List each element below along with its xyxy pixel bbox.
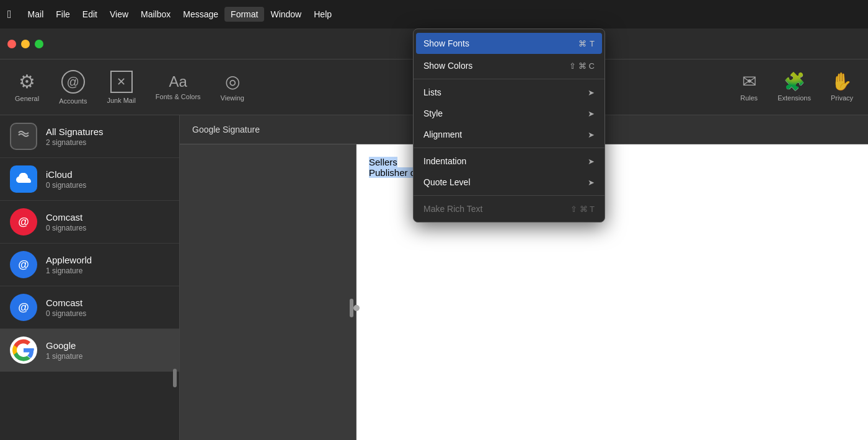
- show-colors-shortcut: ⇧ ⌘ C: [569, 61, 595, 71]
- icloud-icon: [10, 165, 37, 193]
- accounts-icon: @: [61, 70, 85, 94]
- menu-view[interactable]: View: [104, 7, 135, 22]
- toolbar-accounts[interactable]: @ Accounts: [59, 70, 87, 105]
- make-rich-text-shortcut: ⇧ ⌘ T: [570, 205, 595, 214]
- menu-item-show-fonts[interactable]: Show Fonts ⌘ T: [416, 33, 602, 54]
- style-label: Style: [423, 108, 443, 118]
- toolbar-privacy[interactable]: ✋ Privacy: [831, 73, 853, 102]
- fonts-icon: Aa: [169, 74, 187, 89]
- lists-label: Lists: [423, 87, 441, 97]
- toolbar-general-label: General: [15, 95, 39, 102]
- menu-window[interactable]: Window: [264, 7, 308, 22]
- window-controls: [7, 40, 43, 48]
- google-text: Google 1 signature: [46, 340, 82, 361]
- menu-mailbox[interactable]: Mailbox: [135, 7, 177, 22]
- alignment-chevron: ➤: [588, 130, 595, 139]
- toolbar-privacy-label: Privacy: [831, 94, 853, 102]
- make-rich-text-label: Make Rich Text: [423, 204, 482, 214]
- minimize-button[interactable]: [21, 40, 30, 48]
- gear-icon: ⚙: [19, 73, 35, 91]
- show-colors-label: Show Colors: [423, 61, 472, 71]
- sidebar-item-all-signatures[interactable]: All Signatures 2 signatures: [0, 115, 179, 158]
- toolbar-extensions[interactable]: 🧩 Extensions: [777, 73, 811, 102]
- menu-mail[interactable]: Mail: [22, 7, 50, 22]
- signature-name: Google Signature: [192, 125, 260, 134]
- toolbar-fonts[interactable]: Aa Fonts & Colors: [156, 74, 201, 100]
- comcast1-icon: @: [10, 208, 37, 235]
- comcast2-icon: @: [10, 294, 37, 321]
- toolbar-general[interactable]: ⚙ General: [15, 73, 39, 102]
- sidebar-item-comcast2[interactable]: @ Comcast 0 signatures: [0, 286, 179, 329]
- alignment-label: Alignment: [423, 130, 462, 139]
- rules-icon: ✉: [742, 73, 756, 90]
- all-signatures-text: All Signatures 2 signatures: [46, 126, 104, 147]
- toolbar-viewing-label: Viewing: [221, 94, 244, 102]
- comcast1-text: Comcast 0 signatures: [46, 212, 86, 232]
- toolbar-viewing[interactable]: ◎ Viewing: [221, 73, 244, 102]
- sidebar-item-icloud[interactable]: iCloud 0 signatures: [0, 158, 179, 201]
- icloud-text: iCloud 0 signatures: [46, 169, 86, 190]
- menubar:  Mail File Edit View Mailbox Message Fo…: [0, 0, 868, 29]
- toolbar-junk[interactable]: ✕ Junk Mail: [107, 71, 135, 104]
- indentation-label: Indentation: [423, 156, 466, 166]
- menu-item-quote-level[interactable]: Quote Level ➤: [414, 172, 604, 193]
- toolbar-rules[interactable]: ✉ Rules: [740, 73, 758, 102]
- quote-level-label: Quote Level: [423, 177, 471, 187]
- lists-chevron: ➤: [588, 88, 595, 97]
- menu-item-lists[interactable]: Lists ➤: [414, 82, 604, 103]
- appleworld-text: Appleworld 1 signature: [46, 255, 92, 275]
- close-button[interactable]: [7, 40, 16, 48]
- style-chevron: ➤: [588, 109, 595, 118]
- format-dropdown-menu: Show Fonts ⌘ T Show Colors ⇧ ⌘ C Lists ➤…: [413, 29, 605, 222]
- divider-1: [414, 79, 604, 79]
- sig-line-1: Sellers: [369, 157, 397, 167]
- menu-format[interactable]: Format: [224, 7, 264, 22]
- divider-3: [414, 195, 604, 196]
- menu-item-style[interactable]: Style ➤: [414, 103, 604, 124]
- menu-message[interactable]: Message: [177, 7, 224, 22]
- show-fonts-shortcut: ⌘ T: [578, 39, 595, 48]
- all-signatures-icon: [10, 123, 37, 150]
- junk-icon: ✕: [110, 71, 133, 93]
- toolbar-accounts-label: Accounts: [59, 97, 87, 105]
- menu-item-alignment[interactable]: Alignment ➤: [414, 124, 604, 145]
- show-fonts-label: Show Fonts: [423, 38, 469, 48]
- viewing-icon: ◎: [225, 73, 240, 90]
- comcast2-text: Comcast 0 signatures: [46, 297, 86, 318]
- menu-item-indentation[interactable]: Indentation ➤: [414, 151, 604, 172]
- apple-menu[interactable]: : [7, 8, 12, 21]
- maximize-button[interactable]: [35, 40, 43, 48]
- sidebar-item-appleworld[interactable]: @ Appleworld 1 signature: [0, 244, 179, 286]
- indentation-chevron: ➤: [588, 157, 595, 166]
- appleworld-icon: @: [10, 251, 37, 278]
- menu-file[interactable]: File: [50, 7, 76, 22]
- menu-item-make-rich-text: Make Rich Text ⇧ ⌘ T: [414, 198, 604, 219]
- divider-2: [414, 147, 604, 148]
- extensions-icon: 🧩: [784, 73, 805, 90]
- toolbar-rules-label: Rules: [740, 94, 758, 102]
- sidebar-item-google[interactable]: Google 1 signature: [0, 329, 179, 372]
- toolbar-extensions-label: Extensions: [777, 94, 811, 102]
- toolbar-fonts-label: Fonts & Colors: [156, 93, 201, 100]
- menu-item-show-colors[interactable]: Show Colors ⇧ ⌘ C: [414, 55, 604, 76]
- quote-level-chevron: ➤: [588, 178, 595, 187]
- menu-edit[interactable]: Edit: [76, 7, 104, 22]
- toolbar-junk-label: Junk Mail: [107, 97, 135, 104]
- sidebar-item-comcast1[interactable]: @ Comcast 0 signatures: [0, 201, 179, 244]
- privacy-icon: ✋: [831, 73, 852, 90]
- menu-help[interactable]: Help: [308, 7, 338, 22]
- sidebar: All Signatures 2 signatures iCloud 0 sig…: [0, 115, 180, 440]
- google-icon: [10, 337, 37, 364]
